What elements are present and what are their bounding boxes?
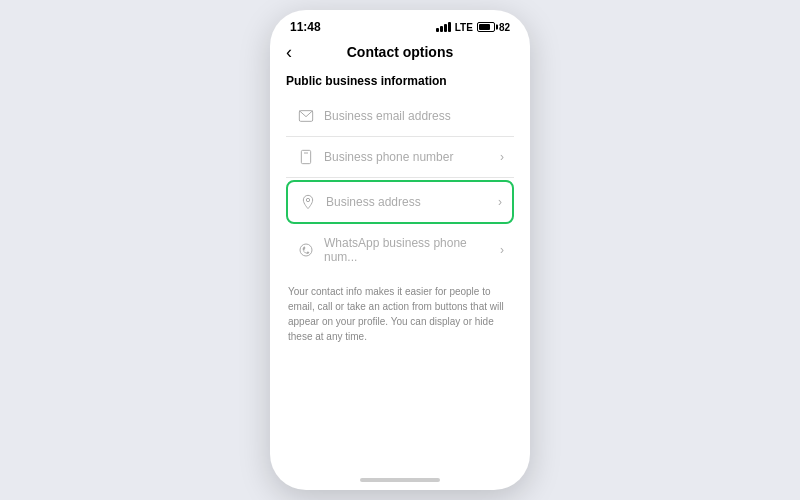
address-option-row[interactable]: Business address › <box>286 180 514 224</box>
address-placeholder: Business address <box>326 195 498 209</box>
phone-option-row[interactable]: Business phone number › <box>286 137 514 178</box>
back-button[interactable]: ‹ <box>286 43 292 61</box>
phone-frame: 11:48 LTE 82 ‹ Contact options Public bu… <box>270 10 530 490</box>
section-title: Public business information <box>286 74 514 88</box>
options-list: Business email address Business phone nu… <box>286 96 514 274</box>
page-title: Contact options <box>347 44 454 60</box>
battery-level: 82 <box>499 22 510 33</box>
status-indicators: LTE 82 <box>436 22 510 33</box>
address-chevron: › <box>498 195 502 209</box>
nav-bar: ‹ Contact options <box>270 38 530 66</box>
whatsapp-placeholder: WhatsApp business phone num... <box>324 236 500 264</box>
email-placeholder: Business email address <box>324 109 504 123</box>
whatsapp-chevron: › <box>500 243 504 257</box>
whatsapp-option-row[interactable]: WhatsApp business phone num... › <box>286 226 514 274</box>
email-icon <box>296 106 316 126</box>
content-area: Public business information Business ema… <box>270 66 530 344</box>
home-indicator <box>360 478 440 482</box>
phone-chevron: › <box>500 150 504 164</box>
lte-label: LTE <box>455 22 473 33</box>
svg-point-3 <box>306 198 309 201</box>
battery-icon <box>477 22 495 32</box>
svg-rect-1 <box>301 150 310 163</box>
phone-icon <box>296 147 316 167</box>
svg-point-4 <box>300 244 312 256</box>
whatsapp-icon <box>296 240 316 260</box>
phone-placeholder: Business phone number <box>324 150 500 164</box>
email-option-row[interactable]: Business email address <box>286 96 514 137</box>
status-bar: 11:48 LTE 82 <box>270 10 530 38</box>
time-display: 11:48 <box>290 20 321 34</box>
description-text: Your contact info makes it easier for pe… <box>286 284 514 344</box>
signal-icon <box>436 22 451 32</box>
location-icon <box>298 192 318 212</box>
